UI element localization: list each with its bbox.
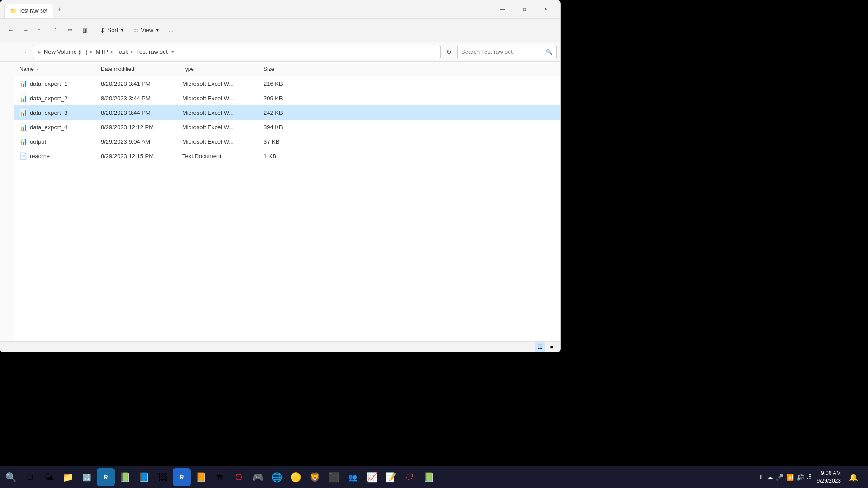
- tab-label: Test raw set: [19, 8, 47, 14]
- file-name-text: data_export_3: [30, 109, 67, 116]
- refresh-button[interactable]: ↻: [443, 46, 455, 58]
- sort-arrow-icon: ▲: [36, 67, 40, 71]
- breadcrumb[interactable]: ► New Volume (F:) ► MTP ► Task ► Test ra…: [33, 45, 441, 59]
- view-button[interactable]: ☷ View ▼: [130, 22, 163, 38]
- up-arrow-icon[interactable]: ⇧: [759, 474, 764, 481]
- back-button[interactable]: ←: [4, 22, 17, 38]
- taskbar-icon-matlab[interactable]: 🔢: [78, 468, 96, 486]
- taskbar-icon-antivirus[interactable]: 🛡: [401, 468, 419, 486]
- taskbar-icon-brave[interactable]: 🦁: [306, 468, 324, 486]
- address-bar: ← → ► New Volume (F:) ► MTP ► Task ► Tes…: [0, 42, 560, 62]
- file-date-cell: 8/20/2023 3:44 PM: [99, 95, 180, 102]
- taskbar-icon-powerpoint[interactable]: 📙: [192, 468, 210, 486]
- taskbar-right: ⇧ ☁ 🎤 📶 🔊 🖧 9:06 AM 9/29/2023 🔔: [759, 468, 866, 486]
- file-size-cell: 1 KB: [262, 153, 307, 160]
- taskbar-icon-fileexplorer[interactable]: 📁: [59, 468, 77, 486]
- table-row[interactable]: 📊 data_export_3 8/20/2023 3:44 PM Micros…: [14, 105, 560, 120]
- mic-icon[interactable]: 🎤: [776, 474, 783, 481]
- taskbar-clock[interactable]: 9:06 AM 9/29/2023: [817, 469, 841, 485]
- content-area: Name ▲ Date modified Type Size 📊 data_ex…: [0, 62, 560, 341]
- breadcrumb-arrow: ►: [37, 49, 42, 55]
- file-size-cell: 209 KB: [262, 95, 307, 102]
- cloud-icon[interactable]: ☁: [767, 474, 773, 481]
- taskbar-icon-photos[interactable]: 🖼: [154, 468, 172, 486]
- file-name-text: output: [30, 138, 46, 145]
- breadcrumb-task[interactable]: Task: [116, 48, 128, 55]
- file-date-cell: 8/29/2023 12:12 PM: [99, 124, 180, 131]
- taskbar-icon-chrome[interactable]: 🟡: [287, 468, 305, 486]
- col-header-name[interactable]: Name ▲: [18, 66, 99, 72]
- file-rows-container: 📊 data_export_1 8/20/2023 3:41 PM Micros…: [14, 76, 560, 163]
- taskbar-icon-opera[interactable]: O: [230, 468, 248, 486]
- more-button[interactable]: ...: [165, 22, 177, 38]
- up-button[interactable]: ↑: [34, 22, 44, 38]
- taskbar-icon-store[interactable]: 🛍: [211, 468, 229, 486]
- explorer-window: 📁 Test raw set + — □ ✕ ← → ↑ ⇧ ⇨ 🗑 ⇵ Sor…: [0, 0, 561, 352]
- col-header-size[interactable]: Size: [262, 66, 307, 72]
- search-input[interactable]: [461, 48, 544, 55]
- wifi-icon[interactable]: 📶: [786, 474, 794, 481]
- taskbar-icon-rstudio[interactable]: R: [97, 468, 115, 486]
- taskbar-icon-xbox[interactable]: 🎮: [249, 468, 267, 486]
- col-header-type[interactable]: Type: [180, 66, 262, 72]
- sort-button[interactable]: ⇵ Sort ▼: [97, 22, 128, 38]
- search-icon: 🔍: [546, 49, 552, 55]
- taskbar-icon-excel2[interactable]: 📗: [420, 468, 438, 486]
- file-date-cell: 9/29/2023 9:04 AM: [99, 138, 180, 145]
- network-icon[interactable]: 🖧: [807, 474, 813, 481]
- breadcrumb-mtp[interactable]: MTP: [96, 48, 108, 55]
- file-name-text: readme: [30, 153, 50, 160]
- window-controls: — □ ✕: [492, 2, 557, 17]
- table-row[interactable]: 📊 output 9/29/2023 9:04 AM Microsoft Exc…: [14, 134, 560, 149]
- table-row[interactable]: 📊 data_export_2 8/20/2023 3:44 PM Micros…: [14, 91, 560, 105]
- taskbar-icon-terminal[interactable]: ⬛: [325, 468, 343, 486]
- title-bar: 📁 Test raw set + — □ ✕: [0, 0, 560, 19]
- taskbar-icon-excel[interactable]: 📗: [116, 468, 134, 486]
- notification-icon[interactable]: 🔔: [844, 468, 863, 486]
- file-date-cell: 8/20/2023 3:41 PM: [99, 80, 180, 87]
- new-tab-button[interactable]: +: [53, 3, 66, 16]
- column-headers: Name ▲ Date modified Type Size: [14, 62, 560, 76]
- taskbar-icon-teams[interactable]: 👥: [344, 468, 362, 486]
- table-row[interactable]: 📄 readme 8/29/2023 12:15 PM Text Documen…: [14, 149, 560, 163]
- taskbar-icon-widgets[interactable]: 🌤: [40, 468, 58, 486]
- share-button[interactable]: ⇧: [50, 22, 62, 38]
- taskbar-date-value: 9/29/2023: [817, 477, 841, 485]
- tile-view-button[interactable]: ■: [547, 342, 557, 352]
- file-icon: 📊: [19, 80, 27, 87]
- move-to-button[interactable]: ⇨: [64, 22, 76, 38]
- taskbar-icon-taskview[interactable]: ❑: [21, 468, 39, 486]
- file-name-text: data_export_2: [30, 95, 67, 102]
- forward-button[interactable]: →: [19, 22, 32, 38]
- file-name-cell: 📊 data_export_4: [18, 123, 99, 131]
- file-size-cell: 394 KB: [262, 124, 307, 131]
- taskbar-icon-stickynotes[interactable]: 📝: [382, 468, 400, 486]
- file-date-cell: 8/20/2023 3:44 PM: [99, 109, 180, 116]
- forward-nav-button[interactable]: →: [19, 46, 31, 58]
- back-nav-button[interactable]: ←: [4, 46, 17, 58]
- minimize-button[interactable]: —: [492, 2, 513, 17]
- volume-icon[interactable]: 🔊: [797, 474, 804, 481]
- col-header-date[interactable]: Date modified: [99, 66, 180, 72]
- taskbar-icon-r[interactable]: R: [173, 468, 191, 486]
- file-list: Name ▲ Date modified Type Size 📊 data_ex…: [14, 62, 560, 341]
- taskbar-icon-search[interactable]: 🔍: [2, 468, 20, 486]
- list-view-button[interactable]: ☷: [535, 342, 545, 352]
- delete-button[interactable]: 🗑: [78, 22, 91, 38]
- breadcrumb-current: Test raw set: [137, 48, 168, 55]
- table-row[interactable]: 📊 data_export_1 8/20/2023 3:41 PM Micros…: [14, 76, 560, 91]
- table-row[interactable]: 📊 data_export_4 8/29/2023 12:12 PM Micro…: [14, 120, 560, 134]
- maximize-button[interactable]: □: [514, 2, 535, 17]
- file-name-cell: 📄 readme: [18, 152, 99, 160]
- taskbar-icon-edge[interactable]: 🌐: [268, 468, 286, 486]
- breadcrumb-new-volume[interactable]: New Volume (F:): [44, 48, 88, 55]
- taskbar-icon-finance[interactable]: 📈: [363, 468, 381, 486]
- trash-icon: 🗑: [82, 27, 88, 33]
- breadcrumb-expand-icon[interactable]: ▼: [170, 49, 175, 54]
- breadcrumb-sep-3: ►: [130, 49, 135, 54]
- file-name-cell: 📊 output: [18, 138, 99, 145]
- taskbar-icon-word[interactable]: 📘: [135, 468, 153, 486]
- search-box[interactable]: 🔍: [457, 45, 557, 59]
- window-tab[interactable]: 📁 Test raw set: [4, 4, 53, 18]
- close-button[interactable]: ✕: [536, 2, 557, 17]
